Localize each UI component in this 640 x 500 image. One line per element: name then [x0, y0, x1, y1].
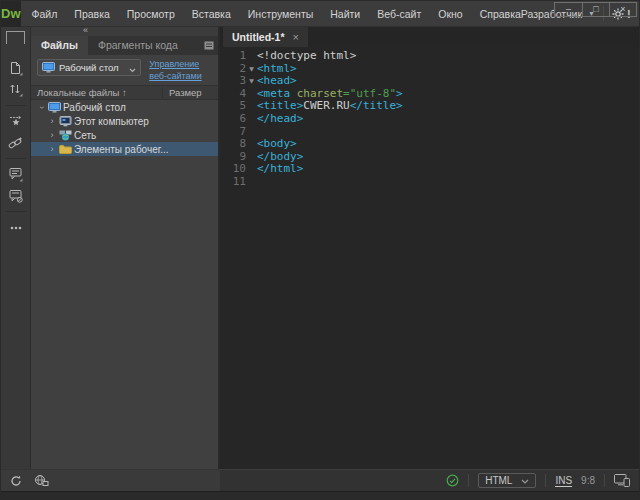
tree-item-label: Рабочий стол: [63, 102, 126, 113]
divider: [6, 105, 26, 106]
close-button[interactable]: ×: [609, 3, 636, 16]
dreamweaver-window: Dw ФайлПравкаПросмотрВставкаИнструментыН…: [0, 0, 640, 500]
minimize-button[interactable]: –: [555, 3, 582, 16]
folder-icon: [57, 144, 74, 154]
code-text: </html>: [257, 163, 303, 176]
desktop-icon: [46, 102, 63, 113]
chevron-expanded-icon[interactable]: ›: [37, 102, 46, 112]
code-line: 6</head>: [220, 113, 639, 126]
menu-items: ФайлПравкаПросмотрВставкаИнструментыНайт…: [32, 8, 521, 20]
tree-item[interactable]: ›Этот компьютер: [31, 114, 218, 128]
file-tree: ›Рабочий стол›Этот компьютер›Сеть›Элемен…: [31, 100, 218, 469]
divider: [545, 474, 546, 487]
format-source-code-icon[interactable]: [5, 112, 27, 131]
cursor-position: 9:8: [581, 475, 595, 486]
menu-item[interactable]: Окно: [438, 8, 462, 20]
maximize-button[interactable]: □: [582, 3, 609, 16]
code-text: </head>: [257, 113, 303, 126]
manage-sites-link[interactable]: Управление веб-сайтами: [149, 59, 212, 82]
language-value: HTML: [485, 475, 512, 486]
apply-comment-icon[interactable]: [5, 165, 27, 184]
code-toolbar: [1, 27, 31, 469]
divider: [6, 158, 26, 159]
tree-item[interactable]: ›Сеть: [31, 128, 218, 142]
open-documents-icon[interactable]: [5, 59, 27, 78]
fold-gutter: [246, 138, 257, 151]
chevron-collapsed-icon[interactable]: ›: [47, 131, 57, 140]
window-bottom-edge: [1, 491, 639, 499]
tab-close-icon[interactable]: ×: [293, 31, 299, 43]
menu-item[interactable]: Справка: [480, 8, 521, 20]
file-management-icon[interactable]: [5, 80, 27, 99]
line-number: 1: [220, 50, 246, 63]
code-line: 11: [220, 176, 639, 189]
refresh-button[interactable]: [10, 475, 22, 487]
menu-item[interactable]: Вставка: [192, 8, 231, 20]
link-icon[interactable]: [5, 133, 27, 152]
more-options-icon[interactable]: [5, 218, 27, 237]
editor-pane: Untitled-1* × 1<!doctype html>2▼<html>3▼…: [220, 27, 639, 469]
network-icon: [57, 130, 74, 141]
files-panel: « ФайлыФрагменты кода Рабочий стол Управ…: [31, 27, 218, 469]
fold-arrow-icon[interactable]: ▼: [246, 63, 257, 76]
file-list-header: Локальные файлы ↑ Размер: [31, 85, 218, 100]
menu-item[interactable]: Веб-сайт: [377, 8, 421, 20]
sort-arrow-icon: ↑: [122, 87, 127, 98]
code-editor[interactable]: 1<!doctype html>2▼<html>3▼<head>4<meta c…: [220, 47, 639, 469]
lint-ok-icon[interactable]: [446, 474, 459, 487]
sync-server-button[interactable]: [34, 474, 49, 487]
files-panel-footer: [1, 469, 220, 491]
line-number: 6: [220, 113, 246, 126]
files-panel-body: Рабочий стол Управление веб-сайтами Лока…: [31, 55, 218, 469]
remove-comment-icon[interactable]: [5, 186, 27, 205]
panel-tab-bar: ФайлыФрагменты кода: [31, 36, 218, 55]
footer: HTML INS 9:8: [1, 469, 639, 491]
panel-tab-files[interactable]: Файлы: [31, 36, 88, 55]
insert-mode-toggle[interactable]: INS: [555, 475, 572, 487]
menu-bar: Dw ФайлПравкаПросмотрВставкаИнструментыН…: [1, 1, 639, 27]
code-line: 10</html>: [220, 163, 639, 176]
fold-gutter: [246, 151, 257, 164]
divider: [604, 474, 605, 487]
document-tab-bar: Untitled-1* ×: [220, 27, 639, 47]
panel-tab-snippets[interactable]: Фрагменты кода: [88, 36, 188, 55]
chevron-down-icon: [129, 59, 136, 77]
chevron-collapsed-icon[interactable]: ›: [47, 117, 57, 126]
fold-gutter: [246, 126, 257, 139]
fold-gutter: [246, 100, 257, 113]
divider: [6, 211, 26, 212]
language-selector[interactable]: HTML: [478, 473, 536, 488]
tree-item-label: Сеть: [74, 130, 96, 141]
menu-item[interactable]: Инструменты: [248, 8, 313, 20]
collapse-panels-button[interactable]: «: [83, 25, 89, 35]
site-selector[interactable]: Рабочий стол: [37, 59, 141, 76]
line-number: 8: [220, 138, 246, 151]
dreamweaver-logo: Dw: [1, 1, 21, 27]
preview-devices-button[interactable]: [614, 474, 630, 487]
tree-item[interactable]: ›Рабочий стол: [31, 100, 218, 114]
tree-item-label: Этот компьютер: [74, 116, 149, 127]
chevron-collapsed-icon[interactable]: ›: [47, 145, 57, 154]
document-tab-title: Untitled-1*: [232, 31, 285, 43]
line-number: 11: [220, 176, 246, 189]
fold-gutter: [246, 176, 257, 189]
site-row: Рабочий стол Управление веб-сайтами: [31, 55, 218, 85]
local-files-column-header[interactable]: Локальные файлы ↑: [31, 87, 162, 98]
menu-item[interactable]: Найти: [330, 8, 360, 20]
fold-gutter: [246, 113, 257, 126]
fold-gutter: [246, 163, 257, 176]
size-column-header[interactable]: Размер: [162, 87, 218, 98]
tree-item[interactable]: ›Элементы рабочег...: [31, 142, 218, 156]
tree-item-label: Элементы рабочег...: [74, 144, 168, 155]
panel-menu-icon[interactable]: [200, 36, 218, 55]
menu-item[interactable]: Просмотр: [127, 8, 175, 20]
document-tab[interactable]: Untitled-1* ×: [223, 27, 308, 47]
artboard-icon: [6, 31, 25, 44]
fold-arrow-icon[interactable]: ▼: [246, 75, 257, 88]
desktop-icon: [42, 59, 55, 77]
menu-item[interactable]: Правка: [74, 8, 109, 20]
menu-item[interactable]: Файл: [32, 8, 58, 20]
chevron-down-icon: [521, 475, 529, 486]
divider: [468, 474, 469, 487]
dock-header: «: [31, 27, 218, 36]
